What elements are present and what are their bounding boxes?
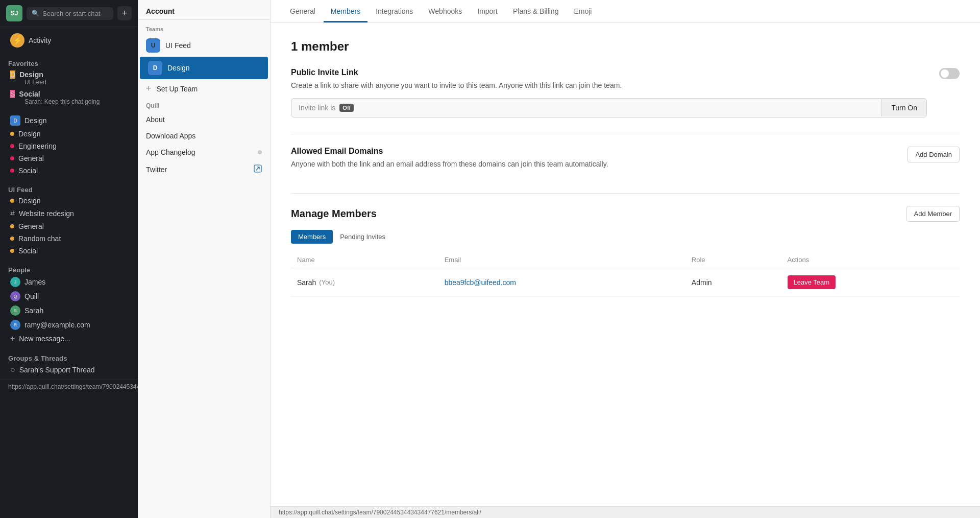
fav-avatar-design: D [10, 70, 15, 79]
member-email-link[interactable]: bbea9fcb@uifeed.com [445, 278, 516, 287]
uifeed-dot-design [10, 199, 14, 203]
middle-item-design[interactable]: D Design [140, 57, 268, 79]
sidebar-item-quill[interactable]: Q Quill [2, 289, 136, 303]
middle-header: Account [138, 0, 270, 20]
leave-team-button[interactable]: Leave Team [788, 275, 836, 289]
thread-name: Sarah's Support Thread [19, 366, 95, 374]
uifeed-dot-general [10, 224, 14, 228]
thread-icon: ○ [10, 365, 15, 374]
middle-item-download-apps[interactable]: Download Apps [138, 128, 270, 144]
member-actions-cell: Leave Team [781, 268, 960, 297]
col-header-actions: Actions [781, 252, 960, 268]
sidebar-item-james[interactable]: J James [2, 275, 136, 289]
members-tab-pending[interactable]: Pending Invites [333, 230, 393, 244]
avatar-sarah: S [10, 305, 20, 316]
allowed-domains-section: Allowed Email Domains Anyone with both t… [291, 147, 960, 177]
tab-emoji[interactable]: Emoji [567, 0, 599, 22]
main-content: General Members Integrations Webhooks Im… [271, 0, 980, 518]
about-label: About [146, 115, 165, 124]
uifeed-hash-website: # [10, 209, 15, 218]
person-name-sarah: Sarah [24, 307, 43, 315]
people-label: People [0, 263, 138, 275]
ui-feed-label: UI Feed [0, 183, 138, 195]
channel-dot-social [10, 169, 14, 173]
sidebar-item-social[interactable]: Social [2, 164, 136, 177]
sidebar-item-general[interactable]: General [2, 152, 136, 164]
team-avatar-design: D [148, 61, 162, 75]
channel-dot-general [10, 156, 14, 160]
member-count: 1 member [291, 39, 960, 54]
sidebar-item-support-thread[interactable]: ○ Sarah's Support Thread [2, 363, 136, 376]
middle-panel: Account Teams U UI Feed D Design + Set U… [138, 0, 271, 518]
sidebar-item-engineering[interactable]: Engineering [2, 140, 136, 152]
channel-label-general: General [18, 154, 44, 162]
sidebar-item-sarah[interactable]: S Sarah [2, 303, 136, 318]
sidebar-item-uifeed-general[interactable]: General [2, 220, 136, 232]
teams-label: Teams [138, 20, 270, 34]
allowed-domains-desc: Anyone with both the link and an email a… [291, 159, 608, 170]
tab-members[interactable]: Members [324, 0, 368, 22]
add-team-icon: + [146, 83, 152, 94]
invite-toggle[interactable] [939, 68, 960, 79]
sidebar-item-uifeed-design[interactable]: Design [2, 195, 136, 207]
fav-sub-design: UI Feed [10, 79, 128, 86]
workspace-avatar[interactable]: SJ [6, 5, 22, 21]
search-bar[interactable]: 🔍 Search or start chat [27, 7, 113, 20]
tab-webhooks[interactable]: Webhooks [421, 0, 469, 22]
add-member-button[interactable]: Add Member [906, 206, 960, 222]
member-role-cell: Admin [685, 268, 781, 297]
divider-1 [291, 134, 960, 134]
sidebar-item-uifeed-website[interactable]: # Website redesign [2, 207, 136, 220]
members-tab-members[interactable]: Members [291, 230, 333, 244]
sidebar-item-design-letter[interactable]: D Design [2, 113, 136, 128]
fav-item-design[interactable]: D Design UI Feed [2, 68, 136, 88]
middle-item-about[interactable]: About [138, 111, 270, 128]
avatar-ramy: R [10, 320, 20, 330]
sidebar-item-design-dot[interactable]: Design [2, 128, 136, 140]
member-name-cell: Sarah (You) [291, 268, 438, 297]
public-invite-desc: Create a link to share with anyone you w… [291, 80, 927, 91]
members-table: Name Email Role Actions Sarah (You) [291, 252, 960, 297]
avatar-quill: Q [10, 291, 20, 301]
member-name: Sarah [297, 278, 316, 287]
col-header-role: Role [685, 252, 781, 268]
fav-item-social[interactable]: S Social Sarah: Keep this chat going [2, 88, 136, 107]
sidebar-item-new-message[interactable]: + New message... [2, 332, 136, 345]
channel-label-design: Design [24, 116, 47, 125]
channel-dot-engineering [10, 144, 14, 148]
favorites-label: Favorites [0, 57, 138, 68]
ui-feed-section: UI Feed Design # Website redesign Genera… [0, 180, 138, 260]
channel-label-engineering: Engineering [18, 142, 57, 150]
uifeed-label-website: Website redesign [19, 209, 74, 218]
table-row: Sarah (You) bbea9fcb@uifeed.com Admin Le… [291, 268, 960, 297]
sidebar-item-activity[interactable]: ⚡ Activity [2, 30, 136, 51]
add-domain-button[interactable]: Add Domain [908, 147, 960, 162]
sidebar-item-uifeed-random[interactable]: Random chat [2, 232, 136, 245]
sidebar-item-uifeed-social[interactable]: Social [2, 245, 136, 257]
manage-members-header: Manage Members Add Member [291, 206, 960, 222]
sidebar-item-ramy[interactable]: R ramy@example.com [2, 318, 136, 332]
middle-item-uifeed[interactable]: U UI Feed [138, 34, 270, 57]
middle-item-twitter[interactable]: Twitter [138, 160, 270, 178]
new-message-button[interactable]: + [117, 6, 132, 20]
twitter-label: Twitter [146, 166, 167, 174]
tab-import[interactable]: Import [470, 0, 505, 22]
changelog-badge [258, 150, 262, 154]
middle-item-app-changelog[interactable]: App Changelog [138, 144, 270, 160]
search-placeholder: Search or start chat [42, 10, 100, 17]
tab-integrations[interactable]: Integrations [369, 0, 420, 22]
channels-section: D Design Design Engineering General Soci… [0, 110, 138, 180]
channel-label-design2: Design [18, 130, 41, 138]
groups-label: Groups & Threads [0, 351, 138, 363]
manage-members-title: Manage Members [291, 208, 377, 220]
uifeed-label-social: Social [18, 247, 38, 255]
tab-general[interactable]: General [283, 0, 323, 22]
activity-icon: ⚡ [10, 33, 24, 48]
fav-name-social: Social [19, 90, 40, 98]
tab-plans-billing[interactable]: Plans & Billing [506, 0, 566, 22]
team-name-design: Design [167, 64, 190, 72]
favorites-section: Favorites D Design UI Feed S Social Sara… [0, 54, 138, 110]
middle-item-setup-team[interactable]: + Set Up Team [138, 79, 270, 98]
uifeed-label-design: Design [18, 197, 41, 205]
turn-on-button[interactable]: Turn On [881, 99, 926, 116]
